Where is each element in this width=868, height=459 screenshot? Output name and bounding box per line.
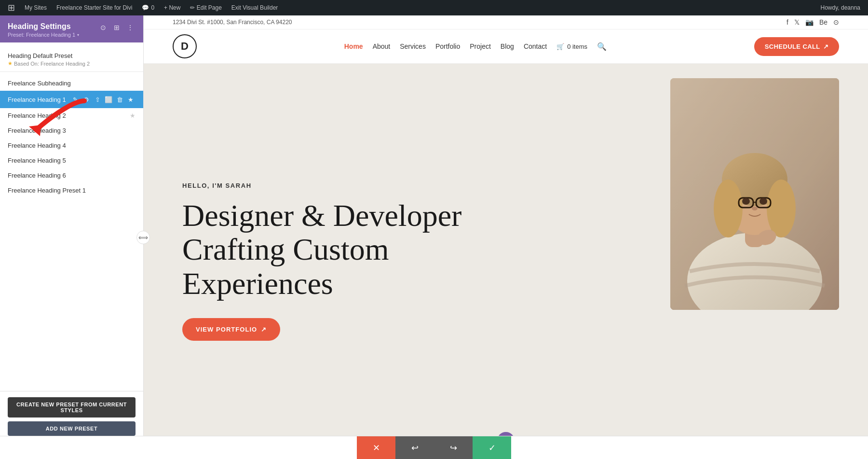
schedule-call-label: SCHEDULE CALL [765, 43, 820, 50]
nav-about[interactable]: About [373, 42, 391, 50]
hero-section: HELLO, I'M SARAH Designer & Developer Cr… [144, 64, 868, 459]
comments-item[interactable]: 💬 0 [138, 0, 158, 15]
person-photo [670, 78, 839, 310]
preset-item-heading1[interactable]: Freelance Heading 1 ✎ ⚙ ⇧ ⬜ 🗑 ★ [0, 91, 143, 108]
edit-icon[interactable]: ✎ [70, 95, 80, 104]
site-address: 1234 Divi St. #1000, San Francisco, CA 9… [173, 19, 292, 26]
admin-bar: ⊞ My Sites Freelance Starter Site for Di… [0, 0, 868, 15]
user-greeting[interactable]: Howdy, deanna [817, 0, 865, 15]
heading1-actions: ✎ ⚙ ⇧ ⬜ 🗑 ★ [70, 95, 136, 104]
svg-point-13 [742, 198, 750, 205]
hero-heading: Designer & Developer Crafting Custom Exp… [182, 199, 472, 301]
cta-label: VIEW PORTFOLIO [196, 326, 257, 333]
nav-services[interactable]: Services [400, 42, 426, 50]
svg-point-8 [767, 180, 796, 237]
preset-dropdown-arrow: ▾ [77, 33, 79, 37]
redo-icon: ↪ [450, 443, 457, 453]
facebook-icon[interactable]: f [787, 18, 788, 26]
hero-image [670, 78, 839, 310]
view-portfolio-button[interactable]: VIEW PORTFOLIO ↗ [182, 318, 280, 341]
instagram-icon[interactable]: 📷 [805, 18, 814, 26]
cart-count: 0 items [567, 43, 587, 50]
undo-button[interactable]: ↩ [395, 436, 434, 459]
preset-item-heading6[interactable]: Freelance Heading 6 [0, 168, 143, 183]
duplicate-icon[interactable]: ⇧ [93, 95, 102, 104]
hero-text: HELLO, I'M SARAH Designer & Developer Cr… [182, 182, 472, 341]
panel-divider-1 [0, 71, 143, 72]
confirm-icon: ✓ [488, 443, 496, 453]
redo-button[interactable]: ↪ [434, 436, 473, 459]
preset-item-heading3[interactable]: Freelance Heading 3 [0, 123, 143, 138]
admin-bar-right: Howdy, deanna [817, 0, 865, 15]
search-icon[interactable]: 🔍 [597, 42, 607, 51]
behance-icon[interactable]: Be [819, 18, 827, 26]
panel-header-left: Heading Settings Preset: Freelance Headi… [8, 22, 79, 38]
panel-more-icon[interactable]: ⋮ [125, 22, 136, 33]
panel-title: Heading Settings [8, 22, 79, 31]
comment-count: 0 [151, 4, 154, 11]
cancel-button[interactable]: ✕ [357, 436, 395, 459]
preset-item-subheading[interactable]: Freelance Subheading [0, 76, 143, 91]
site-name[interactable]: Freelance Starter Site for Divi [53, 0, 136, 15]
nav-blog[interactable]: Blog [501, 42, 514, 50]
my-sites-menu[interactable]: My Sites [21, 0, 51, 15]
presets-list: Heading Default Preset ★ Based On: Freel… [0, 42, 143, 391]
schedule-call-button[interactable]: SCHEDULE CALL ↗ [754, 37, 839, 56]
heading-settings-panel: Heading Settings Preset: Freelance Headi… [0, 15, 144, 459]
cart-area[interactable]: 🛒 0 items [556, 43, 587, 50]
nav-project[interactable]: Project [470, 42, 491, 50]
preset-label[interactable]: Preset: Freelance Heading 1 ▾ [8, 32, 79, 38]
heading2-star[interactable]: ★ [130, 112, 136, 119]
cancel-icon: ✕ [373, 443, 380, 453]
preset-item-default[interactable]: Heading Default Preset ★ Based On: Freel… [0, 48, 143, 68]
cta-arrow-icon: ↗ [261, 326, 267, 333]
preset-item-heading4[interactable]: Freelance Heading 4 [0, 138, 143, 153]
wp-logo[interactable]: ⊞ [4, 2, 19, 13]
dribbble-icon[interactable]: ⊙ [833, 18, 839, 26]
create-preset-button[interactable]: CREATE NEW PRESET FROM CURRENT STYLES [8, 397, 136, 417]
site-nav: Home About Services Portfolio Project Bl… [344, 42, 607, 51]
main-content: 1234 Divi St. #1000, San Francisco, CA 9… [144, 15, 868, 459]
undo-icon: ↩ [411, 443, 419, 453]
panel-layout-icon[interactable]: ⊞ [111, 22, 122, 33]
nav-contact[interactable]: Contact [524, 42, 547, 50]
nav-portfolio[interactable]: Portfolio [435, 42, 460, 50]
preset-item-heading2[interactable]: Freelance Heading 2 ★ [0, 108, 143, 123]
hero-eyebrow: HELLO, I'M SARAH [182, 182, 472, 189]
preset-item-heading5[interactable]: Freelance Heading 5 [0, 153, 143, 168]
preset-item-preset1[interactable]: Freelance Heading Preset 1 [0, 183, 143, 198]
panel-drag-handle[interactable]: ⟺ [136, 231, 150, 244]
export-icon[interactable]: ⬜ [104, 95, 113, 104]
bottom-toolbar: ✕ ↩ ↪ ✓ [0, 436, 868, 459]
site-topbar: 1234 Divi St. #1000, San Francisco, CA 9… [144, 15, 868, 29]
settings-icon[interactable]: ⚙ [81, 95, 91, 104]
nav-home[interactable]: Home [344, 42, 363, 50]
panel-settings-icon[interactable]: ⊙ [98, 22, 108, 33]
site-logo[interactable]: D [173, 34, 197, 58]
comment-icon: 💬 [142, 4, 149, 11]
delete-icon[interactable]: 🗑 [115, 95, 124, 104]
svg-point-14 [760, 198, 767, 205]
confirm-button[interactable]: ✓ [473, 436, 511, 459]
site-header: D Home About Services Portfolio Project … [144, 29, 868, 64]
favorite-icon[interactable]: ★ [126, 95, 136, 104]
add-preset-button[interactable]: ADD NEW PRESET [8, 421, 136, 436]
schedule-arrow-icon: ↗ [823, 43, 828, 50]
social-icons: f 𝕏 📷 Be ⊙ [787, 18, 839, 26]
twitter-icon[interactable]: 𝕏 [794, 18, 800, 26]
new-menu[interactable]: + New [160, 0, 184, 15]
cart-icon: 🛒 [556, 43, 564, 50]
panel-header-icons: ⊙ ⊞ ⋮ [98, 22, 136, 33]
svg-point-7 [714, 180, 743, 237]
panel-header: Heading Settings Preset: Freelance Headi… [0, 15, 143, 42]
exit-builder-item[interactable]: Exit Visual Builder [228, 0, 282, 15]
edit-page-item[interactable]: ✏ Edit Page [186, 0, 225, 15]
page-wrapper: Heading Settings Preset: Freelance Headi… [0, 15, 868, 459]
svg-point-12 [752, 207, 758, 210]
